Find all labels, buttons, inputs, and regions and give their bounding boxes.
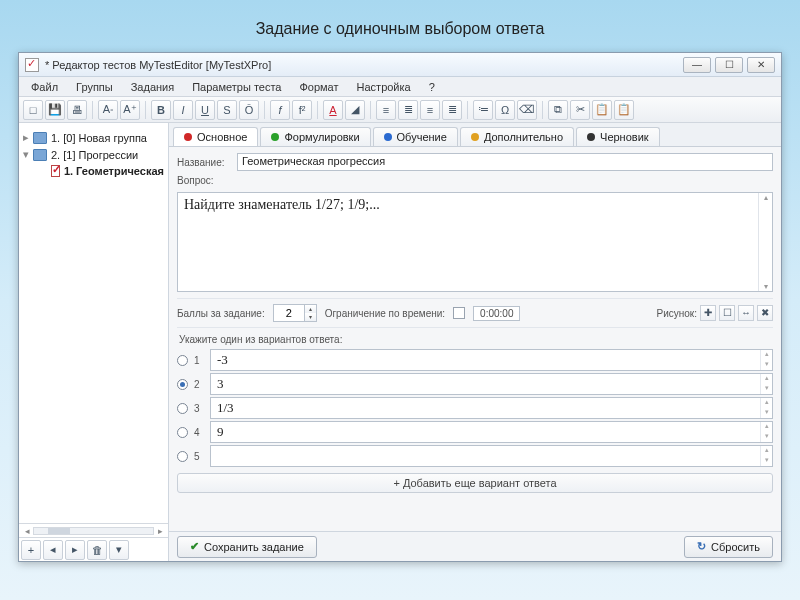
question-textarea[interactable]: Найдите знаменатель 1/27; 1/9;... ▴▾ (177, 192, 773, 292)
symbol-icon[interactable]: Ω (495, 100, 515, 120)
new-icon[interactable]: □ (23, 100, 43, 120)
overline-icon[interactable]: Ō (239, 100, 259, 120)
answer-row: 1 -3▴▾ (177, 349, 773, 371)
vscroll[interactable]: ▴▾ (758, 193, 772, 291)
folder-icon (33, 149, 47, 161)
time-input[interactable]: 0:00:00 (473, 306, 520, 321)
sidebar: ▸ 1. [0] Новая группа ▾ 2. [1] Прогресси… (19, 123, 169, 561)
folder-icon (33, 132, 47, 144)
align-right-icon[interactable]: ≡ (420, 100, 440, 120)
answer-row: 3 1/3▴▾ (177, 397, 773, 419)
answer-num: 1 (194, 355, 204, 366)
delete-icon[interactable]: 🗑 (87, 540, 107, 560)
highlight-icon[interactable]: ◢ (345, 100, 365, 120)
paste2-icon[interactable]: 📋 (614, 100, 634, 120)
answer-input[interactable]: 1/3▴▾ (210, 397, 773, 419)
minimize-button[interactable]: — (683, 57, 711, 73)
cut-icon[interactable]: ✂ (570, 100, 590, 120)
italic-icon[interactable]: I (173, 100, 193, 120)
function-icon[interactable]: f (270, 100, 290, 120)
menu-format[interactable]: Формат (291, 79, 346, 95)
tab-learning[interactable]: Обучение (373, 127, 458, 146)
name-input[interactable]: Геометрическая прогрессия (237, 153, 773, 171)
maximize-button[interactable]: ☐ (715, 57, 743, 73)
answer-num: 2 (194, 379, 204, 390)
question-text: Найдите знаменатель 1/27; 1/9;... (184, 197, 380, 212)
tree-label: 1. [0] Новая группа (51, 132, 147, 144)
dot-icon (471, 133, 479, 141)
bold-icon[interactable]: B (151, 100, 171, 120)
answer-input[interactable]: -3▴▾ (210, 349, 773, 371)
strike-icon[interactable]: S (217, 100, 237, 120)
tree-task-1[interactable]: 1. Геометрическая (23, 163, 164, 179)
reset-button[interactable]: ↻ Сбросить (684, 536, 773, 558)
tab-main[interactable]: Основное (173, 127, 258, 146)
question-label: Вопрос: (177, 175, 231, 186)
points-input[interactable] (273, 304, 305, 322)
check-icon (51, 165, 60, 177)
dot-icon (587, 133, 595, 141)
answer-row: 2 3▴▾ (177, 373, 773, 395)
font-smaller-icon[interactable]: A˗ (98, 100, 118, 120)
sidebar-toolbar: + ◂ ▸ 🗑 ▾ (19, 537, 168, 561)
answer-radio[interactable] (177, 355, 188, 366)
answer-radio[interactable] (177, 451, 188, 462)
font-color-icon[interactable]: A (323, 100, 343, 120)
menu-settings[interactable]: Настройка (349, 79, 419, 95)
timelimit-checkbox[interactable] (453, 307, 465, 319)
tree-group-2[interactable]: ▾ 2. [1] Прогрессии (23, 146, 164, 163)
image-place-icon[interactable]: ☐ (719, 305, 735, 321)
copy-icon[interactable]: ⧉ (548, 100, 568, 120)
image-remove-icon[interactable]: ✖ (757, 305, 773, 321)
answers-list: 1 -3▴▾ 2 3▴▾ 3 1/3▴▾ 4 9▴▾ (177, 349, 773, 467)
answer-radio[interactable] (177, 403, 188, 414)
answer-row: 4 9▴▾ (177, 421, 773, 443)
tree-label: 2. [1] Прогрессии (51, 149, 138, 161)
superscript-icon[interactable]: f² (292, 100, 312, 120)
font-larger-icon[interactable]: A⁺ (120, 100, 140, 120)
tab-formulations[interactable]: Формулировки (260, 127, 370, 146)
answer-radio[interactable] (177, 379, 188, 390)
answer-radio[interactable] (177, 427, 188, 438)
list-icon[interactable]: ≔ (473, 100, 493, 120)
nav-right-icon[interactable]: ▸ (65, 540, 85, 560)
app-window: * Редактор тестов MyTestEditor [MyTestXP… (18, 52, 782, 562)
menu-tasks[interactable]: Задания (123, 79, 182, 95)
print-icon[interactable]: 🖶 (67, 100, 87, 120)
answer-input[interactable]: 3▴▾ (210, 373, 773, 395)
nav-left-icon[interactable]: ◂ (43, 540, 63, 560)
image-add-icon[interactable]: ✚ (700, 305, 716, 321)
menu-file[interactable]: Файл (23, 79, 66, 95)
image-label: Рисунок: (657, 308, 698, 319)
points-stepper[interactable]: ▴▾ (273, 304, 317, 322)
tab-extra[interactable]: Дополнительно (460, 127, 574, 146)
window-title: * Редактор тестов MyTestEditor [MyTestXP… (45, 59, 271, 71)
underline-icon[interactable]: U (195, 100, 215, 120)
paste-icon[interactable]: 📋 (592, 100, 612, 120)
tab-label: Дополнительно (484, 131, 563, 143)
slide-title: Задание с одиночным выбором ответа (0, 0, 800, 52)
menu-groups[interactable]: Группы (68, 79, 121, 95)
clear-icon[interactable]: ⌫ (517, 100, 537, 120)
settings-bar: Баллы за задание: ▴▾ Ограничение по врем… (177, 298, 773, 328)
dot-icon (184, 133, 192, 141)
menu-testparams[interactable]: Параметры теста (184, 79, 289, 95)
save-label: Сохранить задание (204, 541, 304, 553)
save-icon[interactable]: 💾 (45, 100, 65, 120)
image-swap-icon[interactable]: ↔ (738, 305, 754, 321)
close-button[interactable]: ✕ (747, 57, 775, 73)
add-icon[interactable]: + (21, 540, 41, 560)
menu-help[interactable]: ? (421, 79, 443, 95)
align-justify-icon[interactable]: ≣ (442, 100, 462, 120)
more-icon[interactable]: ▾ (109, 540, 129, 560)
tree-group-1[interactable]: ▸ 1. [0] Новая группа (23, 129, 164, 146)
add-answer-button[interactable]: + Добавить еще вариант ответа (177, 473, 773, 493)
align-left-icon[interactable]: ≡ (376, 100, 396, 120)
sidebar-hscroll[interactable]: ◂▸ (19, 523, 168, 537)
points-label: Баллы за задание: (177, 308, 265, 319)
save-button[interactable]: ✔ Сохранить задание (177, 536, 317, 558)
answer-input[interactable]: ▴▾ (210, 445, 773, 467)
align-center-icon[interactable]: ≣ (398, 100, 418, 120)
tab-draft[interactable]: Черновик (576, 127, 660, 146)
answer-input[interactable]: 9▴▾ (210, 421, 773, 443)
